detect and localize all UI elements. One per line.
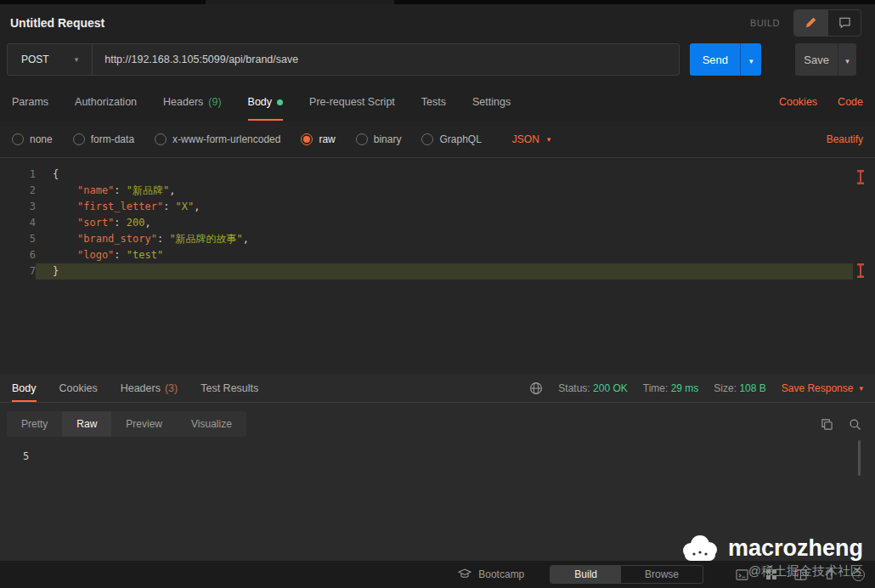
line-number: 5 bbox=[0, 231, 36, 247]
radio-icon bbox=[12, 133, 24, 145]
request-body-editor[interactable]: 1 { 2 "name": "新品牌", 3 "first_letter": "… bbox=[0, 158, 875, 374]
globe-icon[interactable] bbox=[529, 382, 543, 395]
watermark-name: macrozheng bbox=[728, 535, 863, 562]
tab-label: Body bbox=[12, 382, 37, 394]
code-line[interactable]: 2 "name": "新品牌", bbox=[0, 183, 875, 199]
response-tools bbox=[821, 418, 861, 431]
cookies-link[interactable]: Cookies bbox=[779, 96, 817, 108]
radio-label: none bbox=[30, 133, 53, 145]
body-type-urlencoded[interactable]: x-www-form-urlencoded bbox=[155, 133, 280, 145]
code-line[interactable]: 6 "logo": "test" bbox=[0, 247, 875, 263]
tab-body[interactable]: Body bbox=[248, 83, 284, 121]
code-text: "sort": 200, bbox=[36, 215, 853, 231]
radio-label: form-data bbox=[91, 133, 134, 145]
json-key: "sort" bbox=[77, 217, 114, 229]
header-icon-group bbox=[793, 9, 861, 37]
tab-label: Headers bbox=[121, 382, 161, 394]
tab-settings[interactable]: Settings bbox=[472, 83, 511, 121]
json-colon: : bbox=[114, 184, 126, 196]
json-comma: , bbox=[169, 184, 175, 196]
raw-format-select[interactable]: JSON ▾ bbox=[512, 133, 551, 145]
search-icon[interactable] bbox=[849, 418, 861, 431]
response-scrollbar[interactable] bbox=[858, 440, 861, 476]
body-type-graphql[interactable]: GraphQL bbox=[421, 133, 481, 145]
tab-label: Pre-request Script bbox=[309, 96, 395, 108]
chevron-down-icon: ▾ bbox=[75, 55, 79, 64]
comments-button[interactable] bbox=[827, 10, 861, 36]
time-value: 29 ms bbox=[671, 382, 699, 394]
cloud-paw-logo-icon bbox=[680, 534, 720, 563]
json-comma: , bbox=[194, 201, 200, 212]
body-type-form-data[interactable]: form-data bbox=[73, 133, 134, 145]
time-badge: Time: 29 ms bbox=[643, 382, 699, 394]
radio-selected-icon bbox=[301, 133, 313, 145]
save-options-caret[interactable]: ▾ bbox=[838, 43, 856, 76]
code-line[interactable]: 4 "sort": 200, bbox=[0, 215, 875, 231]
code-line[interactable]: 5 "brand_story": "新品牌的故事", bbox=[0, 231, 875, 247]
copy-icon[interactable] bbox=[821, 418, 833, 431]
tab-tests[interactable]: Tests bbox=[421, 83, 446, 121]
headers-count-badge: (9) bbox=[208, 96, 221, 108]
response-view-tabs: Pretty Raw Preview Visualize bbox=[7, 411, 246, 437]
body-type-raw[interactable]: raw bbox=[301, 133, 335, 145]
view-tab-pretty[interactable]: Pretty bbox=[7, 411, 62, 437]
response-tab-test-results[interactable]: Test Results bbox=[200, 374, 258, 402]
chevron-down-icon: ▾ bbox=[845, 57, 850, 65]
body-type-binary[interactable]: binary bbox=[356, 133, 402, 145]
tab-headers[interactable]: Headers(9) bbox=[163, 83, 222, 121]
send-split-button: Send ▾ bbox=[690, 43, 761, 76]
json-colon: : bbox=[114, 249, 126, 261]
tab-authorization[interactable]: Authorization bbox=[75, 83, 137, 121]
watermark-row: macrozheng bbox=[680, 534, 863, 563]
response-tab-body[interactable]: Body bbox=[12, 374, 37, 402]
code-line[interactable]: 1 { bbox=[0, 167, 875, 183]
radio-label: x-www-form-urlencoded bbox=[172, 133, 280, 145]
method-select[interactable]: POST ▾ bbox=[8, 44, 93, 75]
send-button[interactable]: Send bbox=[690, 43, 740, 76]
send-options-caret[interactable]: ▾ bbox=[740, 43, 761, 76]
radio-icon bbox=[73, 133, 85, 145]
response-tab-headers[interactable]: Headers(3) bbox=[121, 374, 178, 402]
radio-icon bbox=[421, 133, 433, 145]
save-response-button[interactable]: Save Response▾ bbox=[782, 382, 863, 394]
scrollbar-cursor-marker bbox=[856, 170, 865, 184]
response-panel: Body Cookies Headers(3) Test Results Sta… bbox=[0, 374, 875, 561]
view-tab-visualize[interactable]: Visualize bbox=[177, 411, 246, 437]
url-input[interactable]: http://192.168.3.105:5099/api/brand/save bbox=[93, 44, 679, 75]
radio-icon bbox=[356, 133, 368, 145]
response-tab-cookies[interactable]: Cookies bbox=[59, 374, 98, 402]
scrollbar-cursor-marker bbox=[856, 263, 865, 278]
code-link[interactable]: Code bbox=[838, 96, 863, 108]
size-value: 108 B bbox=[739, 382, 765, 394]
pencil-icon bbox=[804, 16, 817, 29]
code-text: "name": "新品牌", bbox=[36, 183, 853, 199]
toggle-build[interactable]: Build bbox=[550, 566, 621, 583]
code-text: "brand_story": "新品牌的故事", bbox=[36, 231, 853, 247]
line-number: 2 bbox=[0, 183, 36, 199]
tab-pre-request-script[interactable]: Pre-request Script bbox=[309, 83, 395, 121]
code-text: } bbox=[36, 263, 853, 280]
build-label: BUILD bbox=[750, 18, 780, 28]
line-number: 6 bbox=[0, 247, 36, 263]
code-line-current[interactable]: 7 } bbox=[0, 263, 875, 280]
json-value: "test" bbox=[127, 249, 163, 261]
code-text: "first_letter": "X", bbox=[36, 199, 853, 215]
code-line[interactable]: 3 "first_letter": "X", bbox=[0, 199, 875, 215]
format-value: JSON bbox=[512, 133, 539, 145]
radio-label: raw bbox=[319, 133, 335, 145]
bootcamp-button[interactable]: Bootcamp bbox=[458, 568, 524, 580]
view-tab-raw[interactable]: Raw bbox=[62, 411, 111, 437]
json-key: "logo" bbox=[77, 249, 114, 261]
save-button[interactable]: Save bbox=[795, 43, 838, 76]
request-tabs: Params Authorization Headers(9) Body Pre… bbox=[0, 83, 875, 121]
chevron-down-icon: ▾ bbox=[859, 384, 863, 393]
view-tab-preview[interactable]: Preview bbox=[111, 411, 177, 437]
time-label: Time: bbox=[643, 382, 669, 394]
beautify-link[interactable]: Beautify bbox=[827, 133, 863, 145]
json-colon: : bbox=[157, 233, 169, 245]
body-type-none[interactable]: none bbox=[12, 133, 53, 145]
topbar-right: BUILD bbox=[750, 9, 865, 37]
body-filled-dot-icon bbox=[277, 99, 283, 105]
edit-request-button[interactable] bbox=[794, 10, 827, 36]
tab-params[interactable]: Params bbox=[12, 83, 48, 121]
